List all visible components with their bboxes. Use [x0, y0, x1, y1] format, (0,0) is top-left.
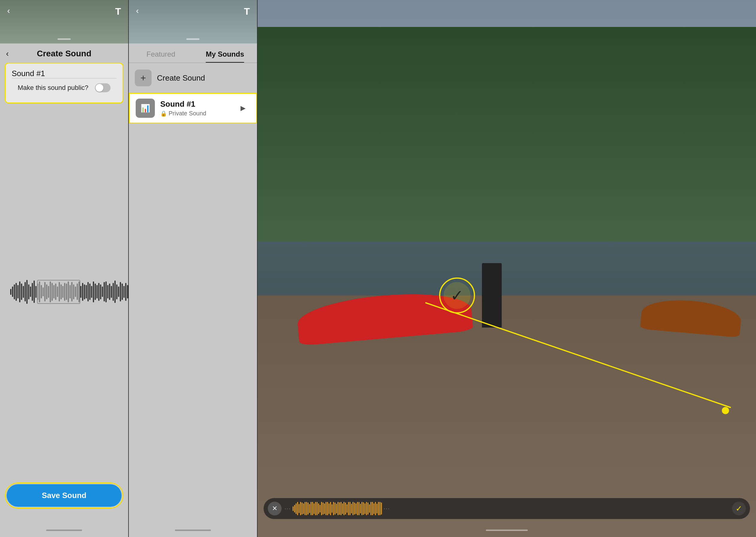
phone2-waveform-icon: 📊 — [140, 104, 150, 113]
phone3-bottom-handle — [486, 529, 528, 531]
phone3-yellow-dot — [722, 407, 729, 414]
phone1-sheet-back[interactable]: ‹ — [6, 50, 9, 58]
phone3-check-button[interactable]: ✓ — [732, 502, 746, 516]
phone1-sound-name-card[interactable]: Sound #1 Make this sound public? — [5, 62, 123, 103]
phone1-save-button[interactable]: Save Sound — [7, 484, 122, 507]
phone2-create-sound-row[interactable]: + Create Sound — [129, 63, 257, 93]
phone2-sheet: Featured My Sounds + Create Sound 📊 Soun… — [129, 43, 257, 537]
phone2-sound-meta: 🔒 Private Sound — [160, 110, 230, 117]
phone2-sound-item[interactable]: 📊 Sound #1 🔒 Private Sound ▶ — [129, 93, 257, 123]
phone-1: ‹ T ‹ Create Sound Sound #1 Make this so… — [0, 0, 129, 537]
phone1-public-row: Make this sound public? — [12, 78, 117, 97]
phone2-sound-thumb: 📊 — [136, 99, 155, 118]
phone1-sheet: ‹ Create Sound Sound #1 Make this sound … — [0, 43, 128, 537]
phone1-public-label: Make this sound public? — [18, 84, 88, 92]
tab-my-sounds[interactable]: My Sounds — [193, 43, 257, 62]
phone1-bg-top: ‹ T — [0, 0, 128, 43]
phone2-sound-info: Sound #1 🔒 Private Sound — [160, 100, 230, 117]
phone3-circle-checkmark: ✓ — [444, 282, 471, 309]
tab-featured[interactable]: Featured — [129, 43, 193, 62]
phone-2: ‹ T Featured My Sounds + Create Sound 📊 … — [129, 0, 258, 537]
phone1-title: Create Sound — [37, 49, 91, 59]
phone1-save-area: Save Sound — [0, 476, 128, 526]
phone2-bottom-handle — [175, 529, 211, 531]
phone1-sound-name: Sound #1 — [12, 69, 117, 78]
phone1-toggle[interactable] — [95, 83, 110, 92]
phone3-person — [482, 263, 502, 328]
phone2-t-icon[interactable]: T — [244, 6, 250, 17]
phone2-plus-icon: + — [135, 69, 152, 86]
phone1-t-icon[interactable]: T — [115, 6, 121, 17]
phone1-header: ‹ Create Sound — [0, 43, 128, 62]
phone2-bg-top: ‹ T — [129, 0, 257, 43]
phone-3: ✓ ✕ ······ ✓ — [258, 0, 756, 537]
phone2-sound-title: Sound #1 — [160, 100, 230, 109]
phone2-create-sound-label: Create Sound — [157, 73, 205, 83]
phone2-sound-privacy: Private Sound — [169, 110, 207, 117]
phone2-lock-icon: 🔒 — [160, 110, 167, 117]
phone1-toggle-knob — [95, 84, 103, 92]
phone1-waveform-area — [0, 107, 128, 476]
phone1-back-icon[interactable]: ‹ — [7, 6, 10, 17]
phone1-waveform — [10, 280, 118, 304]
phone2-back-icon[interactable]: ‹ — [136, 6, 139, 17]
phone3-bottom-bar: ✕ ······ ✓ — [264, 498, 750, 519]
phone2-play-button[interactable]: ▶ — [236, 101, 250, 115]
phone2-drag-handle — [186, 38, 200, 40]
phone2-tab-bar: Featured My Sounds — [129, 43, 257, 63]
phone3-yellow-circle[interactable]: ✓ — [439, 277, 475, 313]
phone3-bottom-waveform: ······ — [284, 502, 729, 515]
phone1-bottom-handle — [46, 529, 82, 531]
phone1-drag-handle — [57, 38, 71, 40]
phone3-x-button[interactable]: ✕ — [268, 502, 282, 516]
